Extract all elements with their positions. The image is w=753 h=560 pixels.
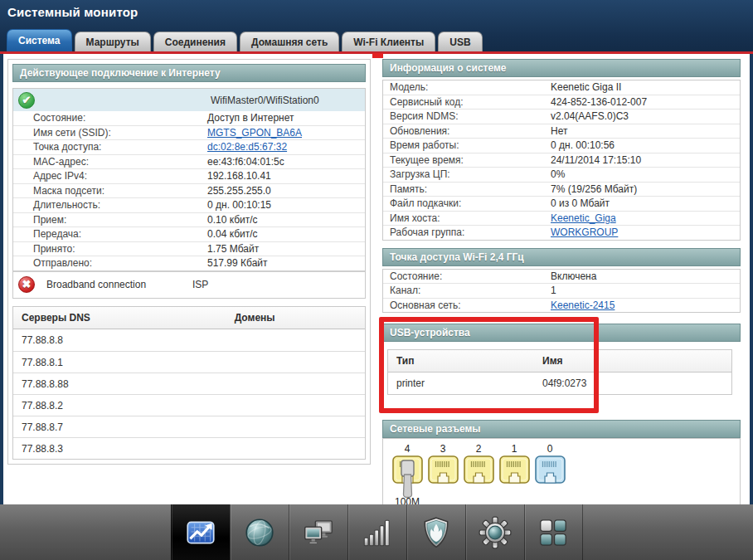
connection-row: Отправлено:517.99 Кбайт bbox=[13, 256, 365, 270]
system-info-header: Информация о системе bbox=[382, 59, 741, 77]
field-value-link[interactable]: MGTS_GPON_BA6A bbox=[207, 128, 362, 139]
field-value: 0 из 0 Мбайт bbox=[551, 198, 736, 209]
dns-rows: 77.88.8.877.88.8.177.88.8.8877.88.8.277.… bbox=[13, 329, 365, 459]
system-info-row: Имя хоста:Keenetic_Giga bbox=[383, 211, 740, 226]
tab-home-network[interactable]: Домашняя сеть bbox=[240, 32, 339, 51]
field-label: Обновления: bbox=[390, 126, 551, 137]
system-info-row: Текущее время:24/11/2014 17:15:10 bbox=[383, 153, 740, 168]
interface-name: WifiMaster0/WifiStation0 bbox=[211, 95, 365, 106]
field-value: ee:43:f6:04:01:5c bbox=[207, 157, 362, 168]
right-column: Информация о системе Модель:Keenetic Gig… bbox=[382, 59, 741, 519]
disconnected-cross-icon: ✖ bbox=[18, 276, 35, 293]
field-label: Состояние: bbox=[33, 113, 207, 124]
page-title: Системный монитор bbox=[0, 0, 753, 19]
tab-connections[interactable]: Соединения bbox=[153, 32, 237, 51]
app-header: Системный монитор СистемаМаршрутыСоедине… bbox=[0, 0, 753, 51]
dock-settings-button[interactable] bbox=[465, 504, 524, 560]
broadband-row: ✖ Broadband connection ISP bbox=[13, 270, 365, 298]
field-value: 0.10 кбит/с bbox=[207, 215, 362, 226]
field-value-link[interactable]: WORKGROUP bbox=[551, 227, 736, 238]
ethernet-port-icon bbox=[499, 455, 530, 485]
port-number: 2 bbox=[476, 443, 482, 455]
dock-wifi-button[interactable] bbox=[347, 504, 406, 560]
field-label: Время работы: bbox=[390, 140, 551, 151]
system-info-row: Версия NDMS:v2.04(AAFS.0)C3 bbox=[383, 109, 740, 124]
system-info-row: Модель:Keenetic Giga II bbox=[383, 80, 740, 95]
annotation-mark bbox=[372, 53, 383, 58]
tab-bar: СистемаМаршрутыСоединенияДомашняя сетьWi… bbox=[7, 29, 483, 51]
system-info-row: Файл подкачки:0 из 0 Мбайт bbox=[383, 196, 740, 211]
tab-wifi-clients[interactable]: Wi-Fi Клиенты bbox=[342, 32, 435, 51]
field-value: 7% (19/256 Мбайт) bbox=[551, 184, 736, 195]
dns-server-address: 77.88.8.1 bbox=[22, 352, 235, 373]
applications-icon bbox=[536, 515, 571, 550]
port-number: 4 bbox=[405, 443, 411, 455]
dock-security-button[interactable] bbox=[406, 504, 465, 560]
field-value: 192.168.10.41 bbox=[207, 171, 362, 182]
usb-type-header: Тип bbox=[396, 355, 542, 367]
system-info-row: Сервисный код:424-852-136-012-007 bbox=[383, 95, 740, 110]
dock-home-network-button[interactable] bbox=[289, 504, 347, 560]
usb-devices-section: USB-устройства Тип Имя printer04f9:0273 bbox=[382, 324, 741, 403]
field-value-link[interactable]: Keenetic_Giga bbox=[551, 213, 736, 224]
field-label: Модель: bbox=[390, 82, 551, 93]
usb-device-type: printer bbox=[396, 377, 542, 389]
connection-row: Передача:0.04 кбит/с bbox=[13, 226, 365, 241]
system-info-row: Обновления:Нет bbox=[383, 124, 740, 139]
dns-server-row: 77.88.8.8 bbox=[13, 329, 365, 351]
field-value: Нет bbox=[551, 126, 736, 137]
field-value: 0 дн. 00:10:15 bbox=[207, 200, 362, 211]
wifi-ap-row: Канал:1 bbox=[383, 283, 740, 298]
dns-server-row: 77.88.8.88 bbox=[13, 373, 365, 394]
field-label: Прием: bbox=[33, 215, 207, 226]
connection-row: Точка доступа:dc:02:8e:d5:67:32 bbox=[13, 139, 365, 154]
dns-server-address: 77.88.8.88 bbox=[22, 373, 235, 395]
tab-routes[interactable]: Маршруты bbox=[75, 32, 151, 51]
ethernet-port-icon bbox=[428, 455, 459, 485]
system-info-row: Время работы:0 дн. 00:10:56 bbox=[383, 138, 740, 153]
bottom-dock bbox=[0, 504, 753, 560]
field-value: Доступ в Интернет bbox=[207, 113, 362, 124]
dns-domains-header: Домены bbox=[235, 312, 365, 324]
connection-table: ✔ WifiMaster0/WifiStation0 Состояние:Дос… bbox=[12, 88, 366, 299]
field-label: MAC-адрес: bbox=[33, 157, 207, 168]
usb-devices-table: Тип Имя printer04f9:0273 bbox=[387, 349, 732, 395]
broadband-value: ISP bbox=[192, 279, 365, 290]
usb-device-name: 04f9:0273 bbox=[542, 377, 723, 389]
usb-rows: printer04f9:0273 bbox=[388, 373, 731, 394]
broadband-name: Broadband connection bbox=[46, 279, 192, 290]
field-value: 517.99 Кбайт bbox=[207, 258, 362, 269]
field-label: Длительность: bbox=[33, 200, 207, 211]
signal-bars-icon bbox=[360, 515, 395, 550]
dock-internet-button[interactable] bbox=[230, 504, 289, 560]
field-label: Текущее время: bbox=[390, 155, 551, 166]
field-value: Включена bbox=[551, 271, 736, 282]
system-info-row: Загрузка ЦП:0% bbox=[383, 167, 740, 182]
dock-system-monitor-button[interactable] bbox=[171, 504, 230, 560]
field-label: Отправлено: bbox=[33, 258, 207, 269]
ethernet-port-icon bbox=[464, 455, 494, 485]
system-monitor-icon bbox=[183, 515, 218, 550]
tab-system[interactable]: Система bbox=[7, 29, 72, 51]
tab-usb[interactable]: USB bbox=[438, 32, 482, 51]
dns-server-row: 77.88.8.7 bbox=[13, 416, 365, 437]
dns-server-row: 77.88.8.1 bbox=[13, 351, 365, 373]
network-ports-header: Сетевые разъемы bbox=[382, 420, 741, 438]
field-value: 0.04 кбит/с bbox=[207, 229, 362, 240]
field-label: Основная сеть: bbox=[390, 300, 551, 311]
system-info-table: Модель:Keenetic Giga IIСервисный код:424… bbox=[382, 80, 741, 241]
system-info-row: Память:7% (19/256 Мбайт) bbox=[383, 182, 740, 197]
field-value: 1.75 Мбайт bbox=[207, 244, 362, 255]
wifi-ap-header: Точка доступа Wi-Fi 2,4 ГГц bbox=[382, 248, 741, 266]
dns-server-address: 77.88.8.2 bbox=[22, 395, 235, 416]
system-info-row: Рабочая группа:WORKGROUP bbox=[383, 225, 740, 240]
connected-check-icon: ✔ bbox=[18, 92, 35, 109]
dock-applications-button[interactable] bbox=[524, 504, 583, 560]
usb-device-row: printer04f9:0273 bbox=[388, 373, 731, 394]
dns-servers-header: Серверы DNS bbox=[22, 312, 235, 324]
field-value-link[interactable]: dc:02:8e:d5:67:32 bbox=[207, 142, 362, 153]
field-value-link[interactable]: Keenetic-2415 bbox=[551, 300, 736, 311]
port-number: 3 bbox=[440, 443, 446, 455]
dns-server-address: 77.88.8.8 bbox=[22, 329, 235, 351]
left-column: Действующее подключение к Интернету ✔ Wi… bbox=[7, 59, 371, 465]
